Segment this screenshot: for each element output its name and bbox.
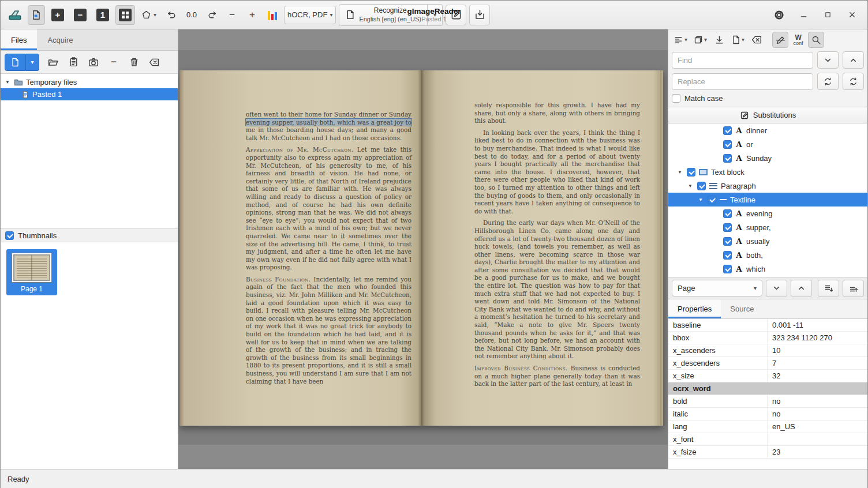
scanned-image[interactable]: often went to their home for Sunday dinn… [178, 50, 668, 445]
word-checkbox[interactable] [723, 237, 732, 246]
word-checkbox[interactable] [723, 265, 732, 273]
next-item-button[interactable] [766, 280, 787, 297]
replace-input[interactable] [672, 73, 813, 90]
paste-button[interactable] [65, 54, 82, 71]
find-input[interactable] [672, 52, 813, 69]
open-file-button[interactable] [44, 54, 62, 71]
files-tree-file-row[interactable]: Pasted 1 [1, 88, 178, 100]
find-previous-button[interactable] [843, 51, 864, 69]
image-canvas[interactable]: often went to their home for Sunday dinn… [178, 29, 668, 469]
rotate-left-button[interactable] [163, 5, 180, 25]
save-output-button[interactable] [711, 32, 727, 48]
property-row[interactable]: x_fsize23 [668, 446, 867, 459]
textline-row[interactable]: ▼Textline [668, 193, 867, 207]
substitutions-label: Substitutions [753, 111, 796, 119]
page-selector-dropdown[interactable]: Page▾ [672, 280, 762, 296]
clear-output-button[interactable] [749, 32, 765, 48]
expander-icon[interactable]: ▼ [4, 80, 11, 85]
word-checkbox[interactable] [723, 126, 732, 135]
word-checkbox[interactable] [723, 209, 732, 218]
files-tree-root-row[interactable]: ▼ Temporary files [1, 76, 178, 88]
replace-button[interactable] [817, 73, 839, 90]
recognize-language-dropdown[interactable]: ▾ [428, 4, 443, 26]
paragraph-checkbox[interactable] [697, 182, 706, 190]
remove-file-button[interactable]: − [105, 54, 122, 71]
textline-checkbox[interactable] [708, 196, 716, 204]
increase-button[interactable]: + [244, 5, 261, 25]
tab-properties[interactable]: Properties [668, 299, 721, 318]
maximize-button[interactable] [820, 7, 835, 22]
word-row[interactable]: Aor [668, 137, 867, 151]
add-image-dropdown[interactable]: ▾ [25, 54, 39, 71]
thumbnails-checkbox[interactable] [5, 231, 14, 240]
screenshot-button[interactable] [85, 54, 102, 71]
caret-down-icon: ▾ [154, 12, 156, 18]
recognize-button[interactable]: Recognize English [eng] (en_US) [339, 4, 428, 26]
tab-files[interactable]: Files [1, 29, 37, 50]
tab-acquire[interactable]: Acquire [37, 29, 83, 50]
image-controls-button[interactable] [264, 5, 281, 25]
match-case-checkbox[interactable] [672, 94, 680, 103]
find-replace-toggle[interactable] [808, 32, 824, 48]
output-editor-button[interactable] [446, 5, 466, 25]
zoom-out-button[interactable]: − [70, 5, 90, 25]
word-row[interactable]: Asupper, [668, 220, 867, 234]
word-checkbox[interactable] [723, 154, 732, 163]
minimize-button[interactable] [796, 7, 811, 22]
export-button[interactable] [469, 5, 490, 25]
property-row[interactable]: baseline0.001 -11 [668, 319, 867, 332]
paragraph-row[interactable]: ▼Paragraph [668, 179, 867, 193]
menu-button[interactable] [772, 7, 787, 22]
selected-textline-highlight[interactable]: evening supper, usually both, which was … [246, 119, 411, 126]
property-row[interactable]: boldno [668, 395, 867, 408]
property-row[interactable]: langen_US [668, 421, 867, 433]
strike-words-toggle[interactable] [772, 32, 788, 48]
decrease-button[interactable]: − [223, 5, 241, 25]
property-row[interactable]: x_size32 [668, 370, 867, 382]
word-row[interactable]: Aboth, [668, 248, 867, 262]
zoom-in-button[interactable]: + [48, 5, 68, 25]
word-checkbox[interactable] [723, 140, 732, 149]
word-checkbox[interactable] [723, 223, 732, 232]
collapse-all-button[interactable] [843, 280, 864, 297]
close-button[interactable] [844, 7, 859, 22]
property-row[interactable]: x_font [668, 433, 867, 446]
replace-all-button[interactable] [843, 73, 864, 90]
show-page-tool-button[interactable] [28, 5, 45, 25]
substitutions-button[interactable]: Substitutions [668, 107, 867, 123]
property-row[interactable]: bbox323 234 1120 270 [668, 332, 867, 344]
word-row[interactable]: Aevening [668, 207, 867, 220]
rotate-right-button[interactable] [203, 5, 220, 25]
export-output-dropdown[interactable]: ▾ [691, 32, 709, 48]
page-thumbnail[interactable]: Page 1 [6, 249, 57, 295]
previous-item-button[interactable] [791, 280, 812, 297]
ocr-mode-dropdown[interactable]: hOCR, PDF▾ [284, 6, 336, 24]
open-output-dropdown[interactable]: ▾ [729, 32, 747, 48]
expander-icon[interactable]: ▼ [697, 197, 704, 202]
property-row[interactable]: x_descenders7 [668, 357, 867, 370]
word-confidence-toggle[interactable]: Wconf [790, 32, 806, 48]
clear-files-button[interactable] [145, 54, 163, 71]
word-row[interactable]: ASunday [668, 151, 867, 165]
expander-icon[interactable]: ▼ [676, 170, 683, 175]
expand-all-button[interactable] [818, 280, 839, 297]
block-checkbox[interactable] [687, 168, 695, 177]
zoom-original-button[interactable]: 1 [93, 5, 113, 25]
word-checkbox[interactable] [723, 251, 732, 260]
property-key: x_ascenders [668, 344, 768, 356]
find-next-button[interactable] [817, 51, 839, 69]
property-row[interactable]: italicno [668, 408, 867, 421]
tab-source[interactable]: Source [721, 299, 763, 318]
rotate-mode-dropdown[interactable]: ▾ [138, 5, 160, 25]
property-row[interactable]: x_ascenders10 [668, 344, 867, 357]
text-block-row[interactable]: ▼Text block [668, 165, 867, 179]
word-row[interactable]: Ausually [668, 234, 867, 248]
delete-file-button[interactable] [125, 54, 143, 71]
zoom-fit-button[interactable] [115, 5, 135, 25]
word-row[interactable]: Awhich [668, 262, 867, 276]
insert-mode-dropdown[interactable]: ▾ [671, 32, 690, 48]
add-pasted-image-button[interactable] [5, 54, 25, 71]
word-row[interactable]: Adinner [668, 123, 867, 137]
rotation-angle-value[interactable]: 0.0 [183, 10, 200, 19]
expander-icon[interactable]: ▼ [687, 183, 694, 189]
